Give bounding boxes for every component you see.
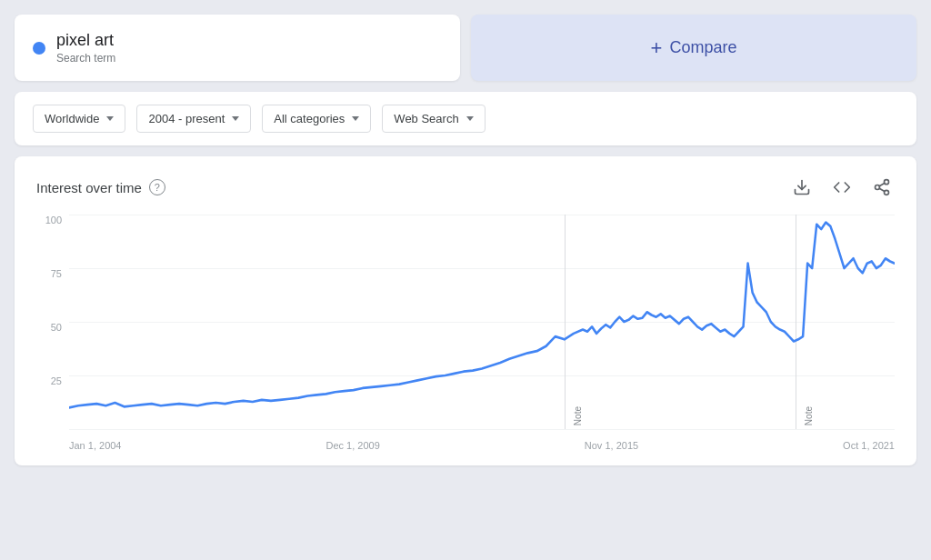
y-label-50: 50	[36, 322, 62, 333]
x-label-2015: Nov 1, 2015	[585, 440, 638, 451]
x-label-2021: Oct 1, 2021	[843, 440, 895, 451]
compare-label: Compare	[669, 38, 736, 57]
chevron-down-icon	[106, 116, 114, 121]
filter-category-label: All categories	[274, 112, 345, 125]
filter-region[interactable]: Worldwide	[33, 105, 125, 133]
chevron-down-icon	[352, 116, 359, 121]
share-icon	[873, 178, 891, 196]
chart-area: 100 75 50 25 Note Note	[36, 215, 895, 451]
chart-actions	[789, 175, 895, 200]
term-name: pixel art	[56, 31, 115, 50]
compare-card[interactable]: + Compare	[471, 15, 916, 81]
compare-plus-icon: +	[651, 36, 663, 60]
x-label-2004: Jan 1, 2004	[69, 440, 122, 451]
svg-line-4	[879, 188, 885, 191]
filter-time[interactable]: 2004 - present	[136, 105, 251, 133]
embed-button[interactable]	[829, 175, 855, 200]
filter-search-type[interactable]: Web Search	[382, 105, 485, 133]
filters-bar: Worldwide 2004 - present All categories …	[15, 92, 916, 145]
chart-inner: Note Note Jan 1, 2004 Dec 1, 2009 Nov 1,…	[69, 215, 895, 451]
help-icon-label: ?	[155, 182, 160, 193]
embed-icon	[833, 178, 851, 196]
chevron-down-icon	[466, 116, 474, 121]
filter-search-type-label: Web Search	[394, 112, 458, 125]
filter-region-label: Worldwide	[45, 112, 99, 125]
download-icon	[793, 178, 811, 196]
search-term-dot	[33, 42, 45, 55]
chart-card: Interest over time ?	[15, 156, 916, 465]
search-term-text: pixel art Search term	[56, 31, 115, 65]
chevron-down-icon	[232, 116, 239, 121]
y-axis-labels: 100 75 50 25	[36, 215, 62, 451]
x-axis-labels: Jan 1, 2004 Dec 1, 2009 Nov 1, 2015 Oct …	[69, 429, 895, 451]
filter-time-label: 2004 - present	[148, 112, 225, 125]
filter-category[interactable]: All categories	[262, 105, 371, 133]
help-icon[interactable]: ?	[149, 179, 165, 195]
trend-polyline	[69, 223, 895, 408]
y-label-75: 75	[36, 268, 62, 279]
chart-title: Interest over time	[36, 180, 142, 195]
y-label-100: 100	[36, 215, 62, 225]
x-label-2009: Dec 1, 2009	[325, 440, 379, 451]
chart-title-group: Interest over time ?	[36, 179, 165, 195]
svg-line-5	[879, 183, 885, 185]
share-button[interactable]	[869, 175, 895, 200]
top-section: pixel art Search term + Compare	[15, 15, 916, 81]
search-term-card: pixel art Search term	[15, 15, 460, 81]
trend-line-svg	[69, 215, 895, 429]
chart-header: Interest over time ?	[36, 175, 895, 200]
compare-inner: + Compare	[651, 36, 737, 60]
term-label: Search term	[56, 52, 115, 65]
y-label-25: 25	[36, 375, 62, 386]
download-button[interactable]	[789, 175, 815, 200]
